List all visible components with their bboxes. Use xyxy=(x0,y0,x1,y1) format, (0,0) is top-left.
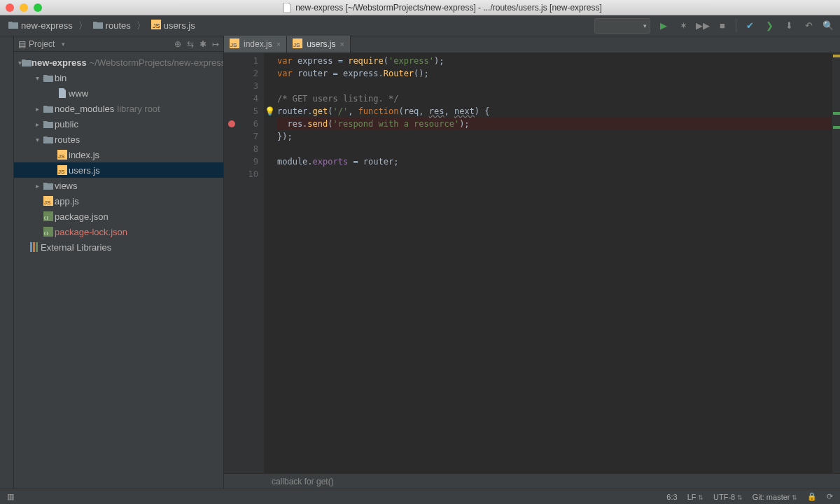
js-icon: JS xyxy=(42,196,55,206)
project-tree[interactable]: ▾new-express ~/WebstormProjects/new-expr… xyxy=(14,52,223,489)
svg-rect-13 xyxy=(33,242,35,252)
run-configuration-selector[interactable]: ▾ xyxy=(594,18,650,34)
intention-bulb-icon[interactable]: 💡 xyxy=(265,105,275,118)
svg-text:JS: JS xyxy=(44,200,50,206)
ok-marker[interactable] xyxy=(833,112,840,115)
tree-item-label: views xyxy=(55,181,78,191)
debug-button[interactable]: ✶ xyxy=(677,20,690,32)
tool-icon-1[interactable]: ✔ xyxy=(743,20,756,32)
main-area: ▤ Project ▾ ⊕ ⇆ ✱ ↦ ▾new-express ~/Webst… xyxy=(0,36,840,489)
editor-tab-users-js[interactable]: JSusers.js× xyxy=(287,36,351,52)
tree-item-label: www xyxy=(69,88,88,99)
breadcrumb-item[interactable]: JSusers.js xyxy=(148,18,198,33)
close-tab-icon[interactable]: × xyxy=(340,40,344,48)
expand-arrow-icon[interactable]: ▸ xyxy=(32,105,42,113)
folder-icon xyxy=(8,20,18,31)
editor-area: JSindex.js×JSusers.js× 12345💡678910 var … xyxy=(224,36,840,489)
tree-item-label: node_modules xyxy=(55,104,114,114)
tree-item-public[interactable]: ▸public xyxy=(14,116,223,132)
stop-button[interactable]: ■ xyxy=(716,20,729,32)
search-everywhere-icon[interactable]: 🔍 xyxy=(822,20,834,32)
window-title: new-express [~/WebstormProjects/new-expr… xyxy=(50,3,834,13)
editor-tab-index-js[interactable]: JSindex.js× xyxy=(224,36,287,52)
window-controls xyxy=(6,4,42,12)
file-encoding[interactable]: UTF-8 xyxy=(713,493,743,501)
tree-item-label: External Libraries xyxy=(41,242,111,253)
hide-icon[interactable]: ↦ xyxy=(212,39,219,49)
tree-item-views[interactable]: ▸views xyxy=(14,178,223,193)
navigation-bar: new-express〉routes〉JSusers.js ▾ ▶ ✶ ▶▶ ■… xyxy=(0,15,840,36)
cursor-position[interactable]: 6:3 xyxy=(666,493,677,501)
sync-icon[interactable]: ⟳ xyxy=(827,492,833,501)
minimize-window-button[interactable] xyxy=(20,4,28,12)
tree-item-label: index.js xyxy=(69,150,99,160)
tool-window-stripe-left[interactable] xyxy=(0,36,14,489)
code-content[interactable]: var express = require('express');var rou… xyxy=(265,53,832,473)
collapse-all-icon[interactable]: ⇆ xyxy=(187,39,194,49)
coverage-button[interactable]: ▶▶ xyxy=(696,20,709,32)
breadcrumb-label: users.js xyxy=(164,20,195,31)
tree-item-new-express[interactable]: ▾new-express ~/WebstormProjects/new-expr… xyxy=(14,55,223,70)
update-project-icon[interactable]: ⬇ xyxy=(783,20,795,32)
tree-item-path: ~/WebstormProjects/new-express xyxy=(90,57,223,68)
tree-item-label: public xyxy=(55,119,78,130)
line-separator[interactable]: LF xyxy=(687,493,704,501)
git-branch-status[interactable]: Git: master xyxy=(752,493,797,501)
tree-item-package-lock-json[interactable]: { }package-lock.json xyxy=(14,224,223,239)
expand-arrow-icon[interactable]: ▸ xyxy=(32,182,42,190)
project-panel-header[interactable]: ▤ Project ▾ ⊕ ⇆ ✱ ↦ xyxy=(14,36,223,52)
tree-item-External-Libraries[interactable]: External Libraries xyxy=(14,239,223,255)
close-window-button[interactable] xyxy=(6,4,14,12)
folder-icon xyxy=(42,181,55,190)
breadcrumb: new-express〉routes〉JSusers.js xyxy=(6,18,198,33)
code-editor[interactable]: 12345💡678910 var express = require('expr… xyxy=(224,53,840,473)
project-tool-window: ▤ Project ▾ ⊕ ⇆ ✱ ↦ ▾new-express ~/Webst… xyxy=(14,36,224,489)
breadcrumb-item[interactable]: routes xyxy=(90,19,134,32)
svg-rect-12 xyxy=(30,242,32,252)
git-branch-icon[interactable]: ❯ xyxy=(763,20,776,32)
svg-text:JS: JS xyxy=(58,169,64,175)
ok-marker[interactable] xyxy=(833,126,840,129)
tab-label: users.js xyxy=(307,39,335,49)
run-button[interactable]: ▶ xyxy=(657,20,670,32)
editor-gutter[interactable]: 12345💡678910 xyxy=(224,53,265,473)
tree-item-app-js[interactable]: JSapp.js xyxy=(14,193,223,209)
tree-item-routes[interactable]: ▾routes xyxy=(14,132,223,147)
tree-item-path: library root xyxy=(117,104,160,114)
maximize-window-button[interactable] xyxy=(34,4,42,12)
svg-text:JS: JS xyxy=(58,153,64,160)
tool-windows-icon[interactable]: ▥ xyxy=(7,492,14,501)
folder-icon xyxy=(93,20,103,31)
close-tab-icon[interactable]: × xyxy=(276,40,281,48)
tree-item-index-js[interactable]: JSindex.js xyxy=(14,147,223,162)
expand-arrow-icon[interactable]: ▸ xyxy=(32,120,42,128)
editor-tabs: JSindex.js×JSusers.js× xyxy=(224,36,840,53)
tree-item-node_modules[interactable]: ▸node_modules library root xyxy=(14,101,223,116)
tree-item-www[interactable]: www xyxy=(14,85,223,101)
error-stripe[interactable] xyxy=(832,53,840,473)
json-icon: { } xyxy=(42,211,55,221)
editor-breadcrumb[interactable]: callback for get() xyxy=(224,473,840,489)
svg-text:JS: JS xyxy=(230,42,237,48)
undo-icon[interactable]: ↶ xyxy=(802,20,815,32)
window-titlebar: new-express [~/WebstormProjects/new-expr… xyxy=(0,0,840,15)
expand-arrow-icon[interactable]: ▾ xyxy=(32,74,42,82)
js-icon: JS xyxy=(230,38,239,50)
tree-item-label: package-lock.json xyxy=(55,227,127,237)
svg-text:JS: JS xyxy=(293,42,300,48)
breakpoint-icon[interactable] xyxy=(228,120,235,127)
tree-item-label: bin xyxy=(55,73,66,83)
folder-icon xyxy=(42,74,55,82)
locate-file-icon[interactable]: ⊕ xyxy=(174,39,181,49)
tree-item-package-json[interactable]: { }package.json xyxy=(14,209,223,224)
warning-marker[interactable] xyxy=(833,55,840,57)
lock-icon[interactable]: 🔒 xyxy=(807,492,817,501)
lib-icon xyxy=(28,242,41,252)
tree-item-bin[interactable]: ▾bin xyxy=(14,70,223,85)
breadcrumb-item[interactable]: new-express xyxy=(6,19,76,32)
tab-label: index.js xyxy=(244,39,272,49)
file-icon xyxy=(283,3,291,13)
settings-icon[interactable]: ✱ xyxy=(200,39,206,49)
expand-arrow-icon[interactable]: ▾ xyxy=(32,136,42,144)
tree-item-users-js[interactable]: JSusers.js xyxy=(14,162,223,178)
